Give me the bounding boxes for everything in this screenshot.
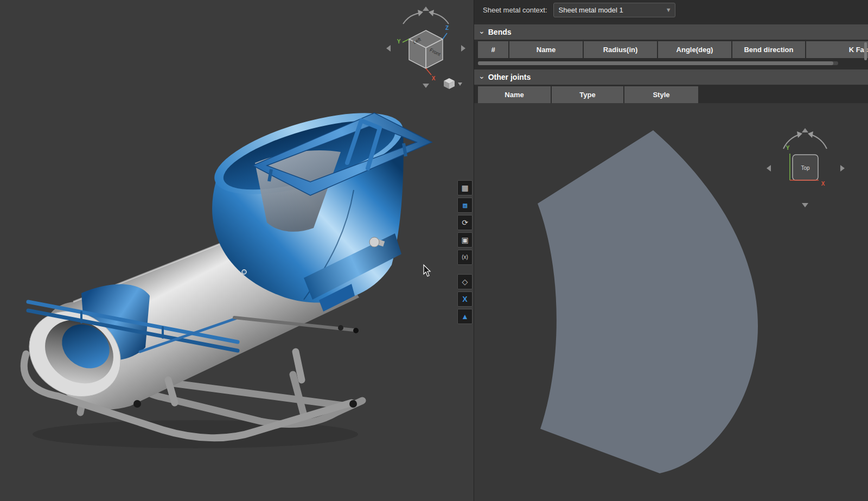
z-axis-label: Z: [445, 25, 449, 31]
bends-col-radius: Radius(in): [584, 41, 657, 58]
scrollbar-thumb[interactable]: [478, 61, 833, 65]
sheet-metal-context-bar: Sheet metal context: Sheet metal model 1…: [474, 0, 868, 20]
bends-horizontal-scrollbar[interactable]: [478, 61, 838, 65]
home-view-icon[interactable]: [444, 78, 455, 89]
mouse-cursor: [424, 265, 430, 276]
roll-arrowhead: [418, 10, 423, 16]
roll-arrowhead: [429, 10, 434, 16]
x-axis-label: X: [432, 75, 436, 81]
viewcube-rotate-up-arrow[interactable]: [802, 128, 808, 132]
section-view-icon[interactable]: ▣: [457, 232, 473, 248]
bends-table-header: # Name Radius(in) Angle(deg) Bend direct…: [474, 41, 868, 58]
viewport-toolbar: ▦ ⧈ ⟳ ▣ (x) ◇ X ▲: [457, 180, 473, 326]
collapse-chevron-icon[interactable]: ⌄: [478, 72, 485, 80]
flat-pattern-part[interactable]: [538, 130, 758, 473]
viewcube-face-top-label[interactable]: Top: [801, 165, 810, 171]
bends-vertical-scrollbar[interactable]: [864, 42, 867, 60]
viewcube-rotate-right-arrow[interactable]: [461, 45, 465, 52]
joints-col-name: Name: [478, 86, 551, 103]
bends-col-number: #: [478, 41, 508, 58]
variables-icon[interactable]: (x): [457, 250, 473, 265]
3d-viewport[interactable]: Left Front Y Z X ▦ ⧈ ⟳ ▣ (x) ◇ X ▲: [0, 0, 474, 501]
z-axis-line: [443, 33, 447, 39]
exploded-view-icon[interactable]: ⧈: [457, 198, 473, 213]
bends-col-direction: Bend direction: [732, 41, 805, 58]
joints-col-style: Style: [624, 86, 698, 103]
chevron-down-icon: ▼: [666, 7, 672, 13]
roll-arrowhead: [808, 131, 813, 138]
viewcube-main[interactable]: Left Front Y Z X: [380, 2, 472, 94]
home-view-dropdown-caret[interactable]: [458, 83, 462, 86]
viewcube-rotate-down-arrow[interactable]: [802, 203, 808, 207]
viewcube-cube[interactable]: [409, 30, 443, 68]
tube-end-cap: [133, 400, 141, 408]
tube-end-cap: [349, 400, 357, 408]
collapse-chevron-icon[interactable]: ⌄: [478, 27, 485, 35]
sheet-metal-panel: Sheet metal context: Sheet metal model 1…: [474, 0, 868, 501]
viewcube-roll-arrows[interactable]: [403, 13, 449, 24]
bends-section-title: Bends: [488, 28, 512, 36]
roll-arrowhead: [797, 131, 802, 138]
other-joints-section-title: Other joints: [488, 73, 531, 81]
viewcube-rotate-down-arrow[interactable]: [423, 84, 429, 88]
bends-col-angle: Angle(deg): [658, 41, 731, 58]
context-label: Sheet metal context:: [483, 6, 547, 14]
x-axis-line: [426, 68, 431, 75]
other-joints-section-header[interactable]: ⌄ Other joints: [474, 69, 868, 85]
bends-section-header[interactable]: ⌄ Bends: [474, 24, 868, 40]
viewcube-rotate-right-arrow[interactable]: [840, 165, 845, 172]
view-cube-icon[interactable]: ◇: [457, 274, 473, 289]
y-axis-line: [403, 39, 409, 42]
bends-col-kfactor: K Factor: [806, 41, 868, 58]
flat-pattern-icon[interactable]: ▦: [457, 180, 473, 195]
viewcube-rotate-up-arrow[interactable]: [423, 7, 429, 11]
x-axis-label: X: [821, 181, 825, 187]
flat-pattern-viewport[interactable]: Top Y X: [474, 103, 868, 501]
viewcube-rotate-left-arrow[interactable]: [386, 45, 391, 52]
y-axis-label: Y: [786, 145, 790, 151]
isometric-view-icon[interactable]: ▲: [457, 309, 473, 324]
viewcube-roll-arrows[interactable]: [783, 135, 827, 149]
joints-col-type: Type: [552, 86, 623, 103]
sheet-metal-model-dropdown[interactable]: Sheet metal model 1 ▼: [553, 3, 675, 17]
dropdown-value: Sheet metal model 1: [559, 6, 662, 14]
other-joints-table-header: Name Type Style: [474, 86, 868, 103]
cad-app-window: Left Front Y Z X ▦ ⧈ ⟳ ▣ (x) ◇ X ▲: [0, 0, 868, 501]
y-axis-label: Y: [397, 39, 401, 45]
viewcube-rotate-left-arrow[interactable]: [767, 165, 771, 172]
x-ray-view-icon[interactable]: X: [457, 291, 473, 307]
orbit-center-indicator: [242, 270, 246, 274]
bends-col-name: Name: [509, 41, 583, 58]
viewcube-flat[interactable]: Top Y X: [765, 125, 863, 212]
update-rebuild-icon[interactable]: ⟳: [457, 215, 473, 230]
